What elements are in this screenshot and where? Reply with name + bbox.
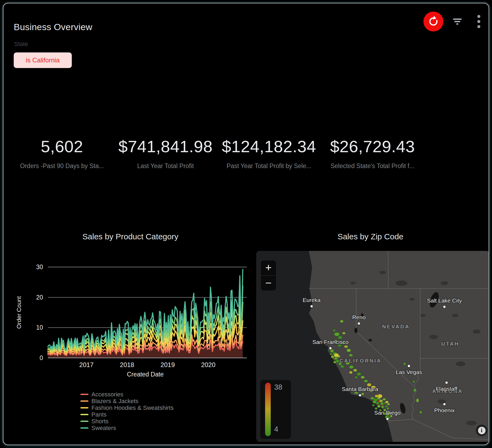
zip-blob	[340, 365, 344, 368]
zip-blob	[377, 401, 379, 402]
legend-label: Accessories	[91, 391, 123, 398]
x-axis-title: Created Date	[127, 371, 164, 378]
legend-label: Fashion Hoodies & Sweatshirts	[91, 404, 174, 411]
area-chart-title: Sales by Product Category	[83, 232, 179, 241]
terrain-patch	[452, 314, 458, 317]
city-dot	[359, 394, 361, 397]
legend-label: Blazers & Jackets	[91, 398, 138, 405]
sales-by-category-chart[interactable]: 01020302017201820192020Created DateOrder…	[10, 247, 248, 384]
kpi-last-year-profit: $741,841.98 Last Year Total Profit	[114, 137, 217, 170]
terrain-patch	[395, 280, 407, 286]
zip-blob	[372, 404, 375, 406]
filter-button[interactable]	[450, 14, 465, 29]
x-tick-label: 2019	[161, 361, 175, 368]
refresh-button[interactable]	[423, 12, 443, 31]
map-zoom-control: + −	[261, 260, 276, 291]
zoom-in-button[interactable]: +	[261, 260, 276, 275]
zip-blob	[334, 353, 339, 357]
refresh-icon	[428, 16, 439, 27]
zip-blob	[413, 389, 416, 392]
state-label: NEVADA	[382, 324, 410, 329]
filter-field-label: State	[14, 41, 28, 48]
legend-item: Fashion Hoodies & Sweatshirts	[80, 404, 174, 411]
kpi-label: Selected State's Total Profit f...	[330, 162, 414, 170]
zip-blob	[333, 358, 334, 360]
city-dot	[443, 403, 446, 406]
map-chart-title: Sales by Zip Code	[337, 232, 403, 241]
legend-item: Sweaters	[80, 425, 174, 431]
terrain-patch	[456, 361, 465, 366]
zip-blob	[354, 392, 358, 394]
kpi-label: Orders -Past 90 Days by Sta...	[20, 162, 104, 170]
zip-blob	[349, 365, 354, 369]
terrain-patch	[441, 281, 448, 285]
zip-blob	[330, 349, 334, 353]
map-canvas[interactable]: NEVADAUTAHCALIFORNIAARIZONAEurekaSalt La…	[256, 251, 489, 442]
zip-blob	[357, 372, 361, 376]
zip-blob	[382, 405, 384, 406]
legend-swatch	[80, 400, 88, 402]
zip-blob	[387, 407, 389, 410]
zip-blob	[379, 400, 383, 402]
city-dot	[358, 322, 360, 325]
city-dot	[329, 347, 332, 350]
terrain-patch	[420, 314, 426, 317]
legend-item: Blazers & Jackets	[80, 398, 174, 404]
kpi-label: Past Year Total Profit by Sele...	[227, 162, 311, 170]
city-label: Las Vegas	[396, 369, 422, 375]
legend-swatch	[80, 407, 88, 408]
zip-blob	[375, 407, 377, 410]
zip-blob	[344, 345, 348, 348]
terrain-patch	[473, 329, 480, 334]
info-icon: i	[478, 427, 486, 434]
dashboard-frame: Business Overview State is California 5,…	[3, 3, 489, 445]
x-tick-label: 2018	[120, 361, 134, 368]
legend-item: Accessories	[80, 391, 174, 398]
zip-blob	[373, 401, 376, 403]
state-label: CALIFORNIA	[339, 358, 382, 364]
zip-blob	[404, 363, 406, 365]
city-label: San Diego	[374, 410, 401, 416]
zip-blob	[349, 354, 353, 357]
city-label: Phoenix	[434, 407, 455, 413]
kpi-row: 5,602 Orders -Past 90 Days by Sta... $74…	[10, 137, 424, 170]
terrain-patch	[379, 271, 386, 274]
city-label: Salt Lake City	[427, 297, 462, 304]
legend-swatch	[80, 427, 88, 429]
city-dot	[408, 365, 410, 367]
map-info-button[interactable]: i	[476, 425, 487, 436]
more-menu-button[interactable]	[471, 14, 487, 29]
legend-item: Pants	[80, 411, 174, 418]
zip-blob	[361, 393, 364, 395]
zip-blob	[420, 411, 422, 414]
zip-blob	[333, 329, 336, 332]
legend-max-value: 38	[274, 383, 282, 392]
state-filter-chip[interactable]: is California	[14, 52, 72, 68]
zip-blob	[355, 376, 358, 378]
y-tick-label: 0	[40, 354, 43, 361]
kpi-value: 5,602	[41, 137, 83, 156]
zip-blob	[385, 401, 388, 403]
color-gradient-bar	[265, 383, 271, 436]
y-tick-label: 30	[36, 264, 43, 271]
zip-blob	[333, 361, 336, 363]
terrain-patch	[409, 298, 415, 301]
kpi-state-profit: $26,729.43 Selected State's Total Profit…	[321, 137, 424, 170]
lake	[369, 339, 372, 342]
more-vert-icon	[473, 14, 485, 29]
zoom-out-button[interactable]: −	[261, 276, 276, 291]
kpi-value: $741,841.98	[118, 137, 212, 156]
state-filter-value: is California	[26, 56, 59, 64]
terrain-patch	[350, 282, 356, 285]
legend-swatch	[80, 421, 88, 422]
filter-list-icon	[451, 15, 464, 28]
zip-blob	[361, 376, 365, 379]
city-dot	[386, 418, 389, 420]
city-label: Eureka	[303, 297, 321, 303]
page-title: Business Overview	[14, 22, 92, 32]
zip-blob	[380, 402, 384, 405]
sales-by-zip-map[interactable]: NEVADAUTAHCALIFORNIAARIZONAEurekaSalt La…	[256, 251, 489, 442]
zip-blob	[342, 332, 345, 334]
kpi-value: $124,182.34	[222, 137, 316, 156]
terrain-patch	[429, 335, 438, 339]
